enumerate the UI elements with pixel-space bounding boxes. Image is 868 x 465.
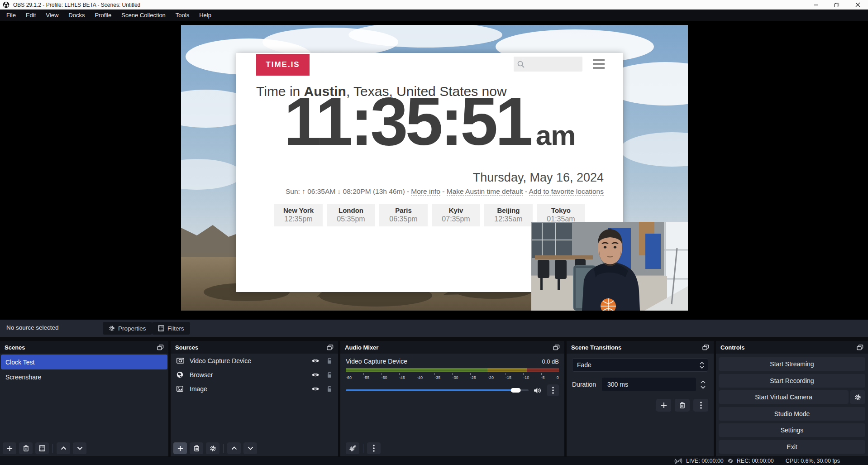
channel-menu-button[interactable]: [547, 384, 559, 396]
start-streaming-button[interactable]: Start Streaming: [719, 357, 865, 371]
menu-scene-collection[interactable]: Scene Collection: [116, 10, 171, 21]
controls-panel: Controls Start Streaming Start Recording…: [716, 341, 868, 456]
menu-docks[interactable]: Docks: [63, 10, 90, 21]
sources-panel-header[interactable]: Sources: [171, 341, 338, 354]
rec-status: REC: 00:00:00: [727, 458, 774, 464]
menu-help[interactable]: Help: [194, 10, 216, 21]
toolbar-separator: [52, 444, 53, 453]
move-source-up-button[interactable]: [227, 442, 241, 454]
scenes-list: Clock Test Screenshare: [0, 354, 168, 456]
preview-canvas[interactable]: TIME.IS Time in Austin, Texas, United St…: [0, 21, 868, 320]
audio-mixer-header[interactable]: Audio Mixer: [340, 341, 564, 354]
remove-source-button[interactable]: [190, 442, 203, 454]
scene-filters-button[interactable]: [35, 442, 49, 454]
meter-tick-marks: [346, 373, 559, 375]
menu-file[interactable]: File: [1, 10, 21, 21]
obs-logo-icon: [3, 1, 10, 8]
remove-transition-button[interactable]: [675, 399, 690, 412]
make-default-link[interactable]: Make Austin time default: [447, 187, 523, 196]
city-cell-london[interactable]: London 05:35pm: [327, 204, 375, 226]
lock-icon[interactable]: [327, 372, 332, 378]
exit-button[interactable]: Exit: [719, 440, 865, 454]
city-cell-paris[interactable]: Paris 06:35pm: [379, 204, 428, 226]
city-cell-new-york[interactable]: New York 12:35pm: [274, 204, 323, 226]
visibility-eye-icon[interactable]: [311, 372, 320, 378]
source-row-browser[interactable]: Browser: [171, 368, 338, 382]
combo-caret-icons: [696, 359, 708, 371]
source-row-video-capture[interactable]: Video Capture Device: [171, 354, 338, 368]
panel-dock-icon[interactable]: [327, 345, 334, 350]
city-cell-kyiv[interactable]: Kyiv 07:35pm: [432, 204, 480, 226]
titlebar: OBS 29.1.2 - Profile: LLHLS BETA - Scene…: [0, 0, 868, 10]
gear-icon: [109, 325, 115, 331]
window-title: OBS 29.1.2 - Profile: LLHLS BETA - Scene…: [13, 2, 140, 8]
panel-dock-icon[interactable]: [157, 345, 164, 350]
mixer-toolbar: [346, 442, 381, 454]
filters-button[interactable]: Filters: [152, 322, 190, 335]
start-virtual-camera-button[interactable]: Start Virtual Camera: [719, 390, 849, 404]
add-favorite-link[interactable]: Add to favorite locations: [529, 187, 604, 196]
speaker-icon[interactable]: [534, 387, 542, 394]
start-recording-button[interactable]: Start Recording: [719, 374, 865, 388]
scenes-panel-header[interactable]: Scenes: [0, 341, 168, 354]
sources-panel: Sources Video Capture Device: [171, 341, 338, 456]
search-input[interactable]: [514, 57, 582, 72]
volume-slider[interactable]: [346, 389, 529, 391]
settings-button[interactable]: Settings: [719, 423, 865, 437]
live-status: LIVE: 00:00:00: [674, 458, 724, 464]
restore-button[interactable]: [826, 0, 847, 10]
menu-profile[interactable]: Profile: [90, 10, 116, 21]
controls-panel-header[interactable]: Controls: [716, 341, 868, 354]
visibility-eye-icon[interactable]: [311, 386, 320, 392]
lock-icon[interactable]: [327, 386, 332, 392]
meter-scale-labels: -60-55-50-45-40-35-30-25-20-15-10-50: [346, 375, 559, 380]
audio-mixer-body: Video Capture Device 0.0 dB -60-55-50-45…: [340, 354, 564, 456]
transition-select[interactable]: Fade: [572, 358, 708, 372]
window-controls: [806, 0, 868, 10]
transitions-actions: [572, 399, 708, 412]
panel-dock-icon[interactable]: [553, 345, 560, 350]
minimize-button[interactable]: [806, 0, 826, 10]
scene-item-clock-test[interactable]: Clock Test: [1, 355, 167, 369]
close-button[interactable]: [847, 0, 868, 10]
source-properties-button[interactable]: [206, 442, 219, 454]
more-info-link[interactable]: More info: [411, 187, 440, 196]
transition-menu-button[interactable]: [693, 399, 708, 412]
menubar: File Edit View Docks Profile Scene Colle…: [0, 10, 868, 21]
remove-scene-button[interactable]: [19, 442, 33, 454]
menu-tools[interactable]: Tools: [171, 10, 194, 21]
camera-icon: [176, 358, 186, 364]
city-cell-beijing[interactable]: Beijing 12:35am: [484, 204, 533, 226]
virtual-camera-settings-button[interactable]: [850, 390, 865, 404]
duration-spin-buttons[interactable]: [697, 380, 708, 389]
webcam-overlay: [531, 222, 688, 311]
volume-meter: [346, 368, 559, 372]
move-source-down-button[interactable]: [243, 442, 257, 454]
menu-edit[interactable]: Edit: [21, 10, 41, 21]
panel-dock-icon[interactable]: [857, 345, 863, 350]
advanced-audio-button[interactable]: [346, 442, 359, 454]
volume-slider-handle[interactable]: [510, 388, 520, 393]
move-scene-down-button[interactable]: [73, 442, 86, 454]
dock-area: Scenes Clock Test Screenshare: [0, 337, 868, 457]
studio-mode-button[interactable]: Studio Mode: [719, 407, 865, 421]
menu-view[interactable]: View: [41, 10, 63, 21]
lock-icon[interactable]: [327, 358, 332, 364]
stream-off-icon: [674, 458, 683, 464]
move-scene-up-button[interactable]: [57, 442, 70, 454]
visibility-eye-icon[interactable]: [311, 358, 320, 364]
scene-item-screenshare[interactable]: Screenshare: [0, 369, 168, 384]
add-transition-button[interactable]: [656, 399, 671, 412]
panel-dock-icon[interactable]: [702, 345, 709, 350]
sun-times: Sun: ↑ 06:35AM ↓ 08:20PM (13h 46m): [286, 187, 405, 195]
timeis-logo[interactable]: TIME.IS: [256, 54, 310, 76]
source-row-image[interactable]: Image: [171, 382, 338, 396]
status-bar: LIVE: 00:00:00 REC: 00:00:00 CPU: 0.6%, …: [0, 457, 868, 465]
duration-input[interactable]: 300 ms: [602, 378, 696, 391]
hamburger-menu-icon[interactable]: [593, 59, 605, 69]
add-scene-button[interactable]: [3, 442, 16, 454]
properties-button[interactable]: Properties: [103, 322, 152, 335]
mixer-menu-button[interactable]: [367, 442, 381, 454]
transitions-panel-header[interactable]: Scene Transitions: [567, 341, 714, 354]
add-source-button[interactable]: [173, 442, 187, 454]
